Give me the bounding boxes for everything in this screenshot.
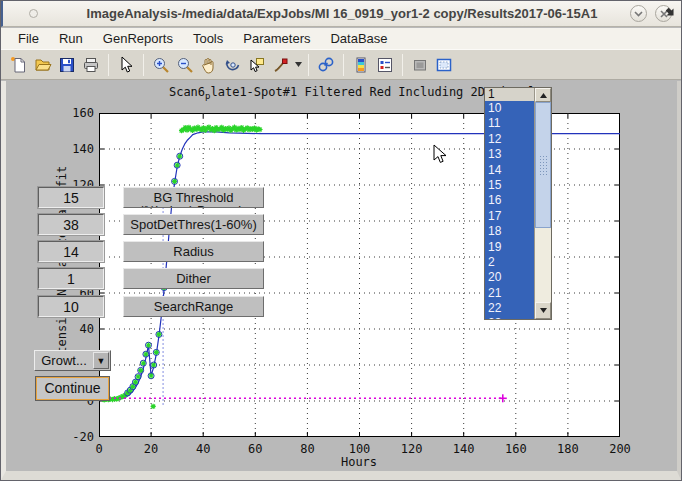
menu-overflow-arrow[interactable] [665,7,675,17]
search-range-field[interactable] [38,296,104,317]
data-point-marker [133,380,138,385]
y-tick-label: 160 [62,106,94,120]
toolbar-separator [308,54,309,76]
y-tick-label: -20 [62,430,94,444]
new-file-icon[interactable] [7,53,31,77]
spot-det-thres-button[interactable]: SpotDetThres(1-60%) [123,214,264,235]
scroll-up-icon[interactable] [535,88,551,102]
x-tick-label: 120 [395,442,429,456]
chevron-down-icon: ▼ [93,352,109,369]
radius-field[interactable] [38,241,104,262]
scrollbar-grip [539,155,548,177]
data-point-marker [257,127,262,132]
data-point-marker [175,163,180,168]
print-icon[interactable] [79,53,103,77]
x-tick-label: 20 [134,442,168,456]
pan-hand-icon[interactable] [197,53,221,77]
radius-button[interactable]: Radius [123,241,264,262]
open-folder-icon[interactable] [31,53,55,77]
data-point-marker [177,154,182,159]
growth-model-label: Growt... [35,353,93,368]
minimize-button[interactable] [630,5,647,22]
menu-item-tools[interactable]: Tools [184,29,232,48]
data-point-marker [143,352,148,357]
toolbar [1,49,681,80]
toolbar-separator [143,54,144,76]
menu-item-genreports[interactable]: GenReports [94,29,182,48]
dither-field[interactable] [38,268,104,289]
link-plots-icon[interactable] [314,53,338,77]
data-point-marker [149,373,154,378]
chevron-down-icon [634,11,643,17]
data-point-marker [172,179,177,184]
spot-number-list[interactable]: 1 10111213141516171819220212223 [484,87,552,320]
bg-threshold-button-line2: (%below) Dynamic [124,205,263,208]
spot-det-thres-field[interactable] [38,214,104,235]
x-tick-label: 180 [551,442,585,456]
brush-caret-down-icon[interactable] [293,53,303,77]
dropdown-scrollbar[interactable] [534,88,551,319]
bg-threshold-button[interactable]: BG Threshold(%below) Dynamic [123,187,264,208]
x-tick-label: 0 [82,442,116,456]
continue-button[interactable]: Continue [36,377,109,400]
data-point-marker [138,368,143,373]
save-icon[interactable] [55,53,79,77]
data-point-marker [141,361,146,366]
scrollbar-thumb[interactable] [535,102,551,228]
menu-item-file[interactable]: File [9,29,48,48]
x-tick-label: 40 [186,442,220,456]
zoom-out-icon[interactable] [173,53,197,77]
app-window: ImageAnalysis-/media/data/ExpJobs/MI 16_… [0,0,682,481]
mouse-cursor-icon [433,144,447,165]
scroll-down-icon[interactable] [535,302,551,319]
toolbar-separator [402,54,403,76]
data-point-marker [154,350,159,355]
menu-item-run[interactable]: Run [50,29,92,48]
dock-window-icon[interactable] [432,53,456,77]
search-range-button[interactable]: SearchRange [123,296,264,317]
data-point-marker [151,404,156,409]
plot-xlabel: Hours [341,455,377,469]
window-title: ImageAnalysis-/media/data/ExpJobs/MI 16_… [3,6,681,21]
x-tick-label: 60 [238,442,272,456]
menu-item-parameters[interactable]: Parameters [234,29,319,48]
brush-icon[interactable] [269,53,293,77]
zoom-in-icon[interactable] [149,53,173,77]
data-point-marker [146,343,151,348]
cursor-tool-icon[interactable] [114,53,138,77]
dither-button[interactable]: Dither [123,268,264,289]
colorbar-icon[interactable] [349,53,373,77]
growth-model-dropdown[interactable]: Growt... ▼ [34,350,111,371]
menubar: FileRunGenReportsToolsParametersDataBase [1,28,681,49]
bg-threshold-field[interactable] [38,187,104,208]
figure-canvas: Scan6plate1-Spot#1 Filtered Red Includin… [1,81,681,480]
datatip-icon[interactable] [245,53,269,77]
menu-item-database[interactable]: DataBase [321,29,396,48]
x-tick-label: 100 [343,442,377,456]
x-tick-label: 160 [499,442,533,456]
toolbar-separator [108,54,109,76]
data-point-marker [151,362,156,367]
grey-square-icon[interactable] [408,53,432,77]
data-point-marker [135,374,140,379]
x-tick-label: 200 [603,442,637,456]
toolbar-separator [343,54,344,76]
rotate-3d-icon[interactable] [221,53,245,77]
legend-icon[interactable] [373,53,397,77]
x-tick-label: 140 [447,442,481,456]
x-tick-label: 80 [290,442,324,456]
titlebar: ImageAnalysis-/media/data/ExpJobs/MI 16_… [1,1,681,27]
data-point-marker [156,332,161,337]
